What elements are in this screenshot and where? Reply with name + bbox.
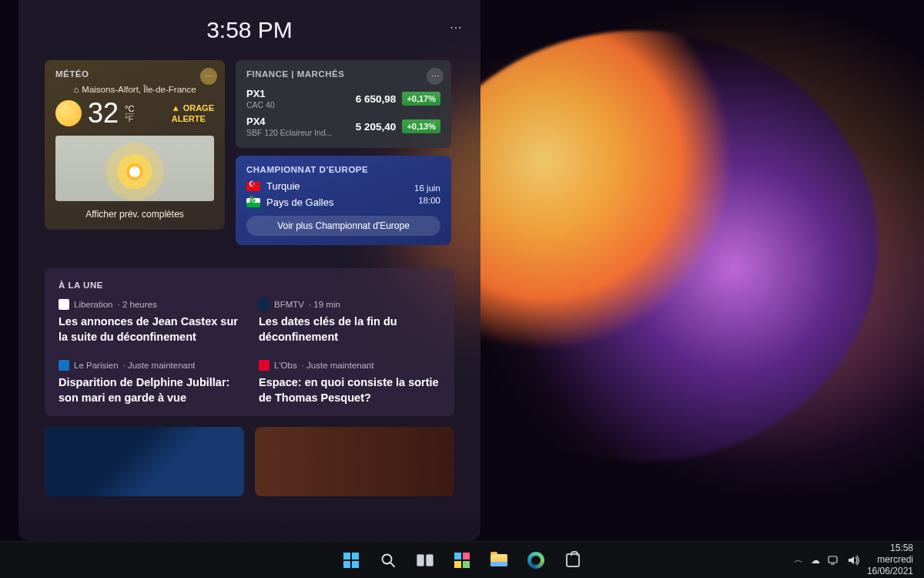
widgets-header: 3:58 PM ⋯: [45, 17, 454, 43]
match-time: 18:00: [414, 194, 440, 207]
news-card: À LA UNE Liberation · 2 heures Les annon…: [45, 268, 454, 416]
finance-value: 6 650,98: [356, 93, 397, 105]
news-source-meta: · 19 min: [309, 300, 340, 309]
taskbar: ︿ ☁ 15:58 mercredi 16/06/2021: [0, 541, 924, 578]
match-date: 16 juin: [414, 182, 440, 194]
news-source-name: Le Parisien: [74, 361, 119, 370]
search-icon: [380, 553, 396, 568]
taskbar-clock[interactable]: 15:58 mercredi 16/06/2021: [867, 543, 913, 577]
finance-name: SBF 120 Eclaireur Ind...: [246, 128, 339, 137]
store-button[interactable]: [557, 545, 588, 576]
alert-line1: ORAGE: [183, 102, 214, 113]
home-icon: ⌂: [73, 85, 79, 94]
finance-card[interactable]: FINANCE | MARCHÉS ⋯ PX1 CAC 40 6 650,98 …: [236, 60, 451, 148]
weather-location: ⌂ Maisons-Alfort, Île-de-France: [55, 85, 214, 94]
flag-turkey-icon: [246, 182, 260, 191]
sports-title: CHAMPIONNAT D'EUROPE: [246, 165, 440, 174]
news-image-tile[interactable]: [255, 427, 454, 496]
edge-button[interactable]: [521, 545, 551, 576]
taskbar-center: [336, 545, 588, 576]
weather-units[interactable]: °C °F: [125, 104, 134, 123]
news-source: L'Obs · Juste maintenant: [259, 360, 440, 371]
news-item[interactable]: Le Parisien · Juste maintenant Dispariti…: [59, 360, 240, 405]
system-tray[interactable]: ︿ ☁: [794, 553, 859, 566]
team-1-name: Turquie: [266, 180, 300, 192]
news-source: Liberation · 2 heures: [59, 299, 240, 310]
search-button[interactable]: [373, 545, 403, 576]
start-button[interactable]: [336, 545, 367, 576]
sports-card[interactable]: CHAMPIONNAT D'EUROPE Turquie Pays de Gal…: [236, 156, 451, 245]
taskbar-right: ︿ ☁ 15:58 mercredi 16/06/2021: [794, 543, 924, 577]
team-2: Pays de Galles: [246, 197, 414, 208]
news-source-name: Liberation: [74, 300, 113, 309]
news-source-name: BFMTV: [274, 300, 304, 309]
finance-more-icon[interactable]: ⋯: [427, 68, 444, 85]
news-item[interactable]: BFMTV · 19 min Les dates clés de la fin …: [259, 299, 440, 344]
widgets-right-col: FINANCE | MARCHÉS ⋯ PX1 CAC 40 6 650,98 …: [236, 60, 451, 245]
news-image-tile[interactable]: [45, 427, 244, 496]
news-source-meta: · Juste maintenant: [302, 361, 374, 370]
windows-logo-icon: [343, 553, 359, 568]
widgets-button[interactable]: [447, 545, 477, 576]
finance-value: 5 205,40: [356, 121, 397, 133]
panel-fade: [18, 495, 480, 541]
team-2-name: Pays de Galles: [266, 197, 333, 208]
widgets-clock: 3:58 PM: [206, 17, 293, 43]
flag-wales-icon: [246, 198, 260, 207]
chevron-up-icon[interactable]: ︿: [794, 553, 803, 566]
news-source-meta: · Juste maintenant: [123, 361, 196, 370]
sun-icon: [55, 100, 82, 126]
news-grid: Liberation · 2 heures Les annonces de Je…: [59, 299, 440, 405]
unit-f[interactable]: °F: [125, 114, 134, 123]
sports-more-button[interactable]: Voir plus Championnat d'Europe: [246, 216, 440, 236]
volume-icon[interactable]: [847, 554, 859, 566]
source-icon: [59, 299, 69, 310]
file-explorer-button[interactable]: [484, 545, 514, 576]
svg-line-1: [390, 563, 394, 566]
weather-title: MÉTÉO: [55, 69, 214, 79]
finance-name: CAC 40: [246, 100, 339, 109]
taskview-button[interactable]: [410, 545, 440, 576]
weather-location-text: Maisons-Alfort, Île-de-France: [82, 85, 196, 94]
news-item[interactable]: L'Obs · Juste maintenant Espace: en quoi…: [259, 360, 440, 405]
news-source-name: L'Obs: [274, 361, 297, 370]
finance-change: +0,13%: [402, 119, 440, 133]
widgets-more-icon[interactable]: ⋯: [450, 20, 462, 35]
news-source: BFMTV · 19 min: [259, 299, 440, 310]
finance-change: +0,17%: [402, 92, 440, 106]
source-icon: [259, 299, 270, 310]
finance-row[interactable]: PX4 SBF 120 Eclaireur Ind... 5 205,40 +0…: [246, 113, 440, 140]
network-icon[interactable]: [828, 554, 839, 566]
onedrive-icon[interactable]: ☁: [811, 555, 820, 566]
weather-more-icon[interactable]: ⋯: [200, 68, 217, 85]
widgets-icon: [454, 553, 470, 568]
news-headline: Espace: en quoi consiste la sortie de Th…: [259, 375, 440, 405]
news-item[interactable]: Liberation · 2 heures Les annonces de Je…: [59, 299, 240, 344]
finance-symbol: PX4: [246, 116, 356, 127]
source-icon: [259, 360, 270, 371]
news-image-row: [45, 427, 454, 496]
store-icon: [566, 553, 580, 567]
weather-card[interactable]: MÉTÉO ⋯ ⌂ Maisons-Alfort, Île-de-France …: [45, 60, 225, 230]
news-headline: Les annonces de Jean Castex sur la suite…: [59, 314, 240, 344]
weather-forecast-link[interactable]: Afficher prév. complètes: [55, 209, 214, 220]
finance-title: FINANCE | MARCHÉS: [246, 69, 440, 79]
news-source-meta: · 2 heures: [118, 300, 157, 309]
news-title: À LA UNE: [59, 281, 440, 290]
news-headline: Les dates clés de la fin du déconfinemen…: [259, 314, 440, 344]
taskbar-date: 16/06/2021: [867, 566, 913, 577]
weather-temp: 32: [88, 97, 119, 129]
source-icon: [59, 360, 69, 371]
unit-c[interactable]: °C: [125, 104, 134, 114]
finance-symbol: PX1: [246, 88, 356, 99]
taskview-icon: [417, 554, 434, 566]
weather-main: 32 °C °F ▲ORAGE ALERTE: [55, 97, 214, 129]
news-source: Le Parisien · Juste maintenant: [59, 360, 240, 371]
weather-map[interactable]: [55, 136, 214, 201]
finance-row[interactable]: PX1 CAC 40 6 650,98 +0,17%: [246, 85, 440, 113]
news-headline: Disparition de Delphine Jubillar: son ma…: [59, 375, 240, 405]
taskbar-time: 15:58: [867, 543, 913, 554]
edge-icon: [527, 552, 544, 569]
widgets-panel: 3:58 PM ⋯ MÉTÉO ⋯ ⌂ Maisons-Alfort, Île-…: [18, 0, 480, 541]
alert-line2: ALERTE: [172, 113, 206, 124]
